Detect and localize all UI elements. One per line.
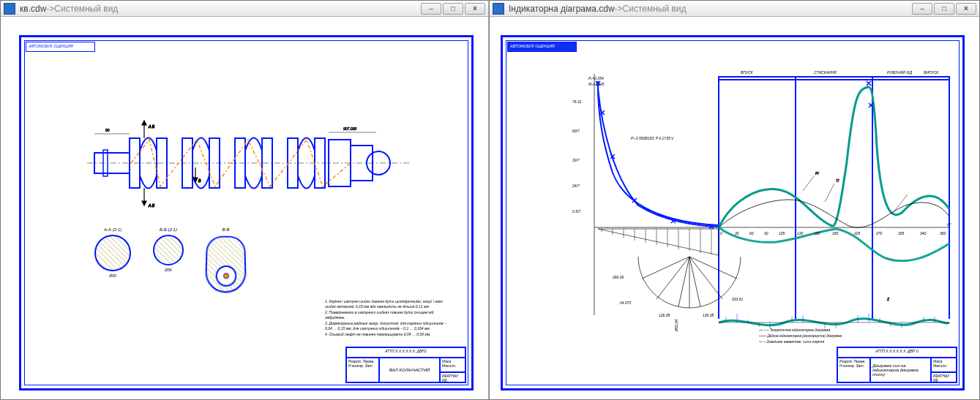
svg-text:130: 130 — [797, 231, 804, 235]
note-3: 3. Діаметральні радільні зазор: допустим… — [325, 321, 449, 332]
section-b-label: Б-Б (2:1) — [160, 227, 177, 232]
window-crankshaft: кв.cdw ->Системный вид – □ × АВТОМОБІЛІ … — [0, 0, 489, 400]
tb-signatures: Розроб. Перев. Н.контр. Зат. — [837, 358, 870, 382]
maximize-button[interactable]: □ — [443, 3, 463, 15]
dim-b: Ø56 — [165, 268, 171, 272]
tb-org: КФАТНАУ КФ — [440, 372, 465, 382]
note-4: 4. Осьовий люфт не повинен перевищувати … — [325, 332, 449, 338]
note-1: 1. Корінні і шатунні шийки повинні бути … — [325, 299, 449, 310]
section-v: В-В — [206, 227, 246, 292]
svg-text:907.008: 907.008 — [343, 127, 356, 131]
svg-text:90: 90 — [764, 231, 768, 235]
legend-1: — – – Теоретична індикаторна діаграма — [759, 327, 861, 333]
svg-text:24/7: 24/7 — [572, 184, 580, 188]
tb-mass: Маса Масшт. — [931, 358, 957, 372]
svg-text:305: 305 — [898, 231, 905, 235]
corner-tag: АВТОМОБІЛІ ОЦЕНЦИЯ — [26, 42, 95, 52]
minimize-button[interactable]: – — [421, 3, 441, 15]
minimize-button[interactable]: – — [912, 3, 932, 15]
svg-text:P₁·0.550В155; P·0.1735·V: P₁·0.550В155; P·0.1735·V — [631, 136, 674, 140]
drawing-canvas-left[interactable]: АВТОМОБІЛІ ОЦЕНЦИЯ — [1, 17, 488, 399]
svg-text:А Б: А Б — [148, 203, 155, 208]
section-v-shape — [205, 236, 247, 293]
svg-line-106 — [803, 176, 814, 191]
tb-part-name: Діаграма сил на Індикаторна діаграма тис… — [870, 358, 931, 382]
svg-text:105: 105 — [779, 231, 785, 235]
section-views: А-А (2:1) Ø65 Б-Б (2:1) Ø56 В-В — [94, 227, 246, 292]
svg-line-57 — [642, 257, 689, 279]
svg-line-108 — [825, 184, 834, 202]
close-button[interactable]: × — [465, 3, 485, 15]
section-a: А-А (2:1) Ø65 — [94, 227, 131, 292]
svg-text:126.08: 126.08 — [659, 313, 670, 317]
svg-text:80: 80 — [105, 128, 110, 132]
section-a-circle — [94, 235, 131, 271]
svg-marker-17 — [142, 201, 146, 205]
corner-tag: АВТОМОБІЛІ ОЦЕНЦИЯ — [507, 42, 577, 52]
technical-notes: 1. Корінні і шатунні шийки повинні бути … — [325, 299, 449, 338]
svg-marker-21 — [193, 178, 198, 182]
note-2: 2. Поверхневими в шатунних шийках повинн… — [325, 310, 449, 321]
tb-org: КФАТНАУ КФ — [931, 372, 957, 382]
section-b-circle — [153, 235, 184, 265]
svg-text:225: 225 — [853, 231, 861, 235]
maximize-button[interactable]: □ — [934, 3, 954, 15]
svg-text:0: 0 — [720, 231, 722, 235]
svg-text:39/7: 39/7 — [572, 158, 580, 162]
drawing-canvas-right[interactable]: АВТОМОБІЛІ ОЦЕНЦИЯ ВПУСК СТИСКАННЯ РОБОЧ… — [490, 17, 979, 399]
close-button[interactable]: × — [956, 3, 976, 15]
svg-text:30: 30 — [735, 231, 739, 235]
svg-text:T/: T/ — [836, 178, 839, 183]
svg-text:В: В — [198, 178, 201, 183]
tb-part-name: ВАЛ КОЛІНЧАСТИЙ — [379, 358, 440, 382]
svg-text:76.31: 76.31 — [572, 99, 582, 104]
app-icon — [4, 3, 15, 15]
svg-text:60/7: 60/7 — [572, 129, 580, 133]
sheet-frame: АВТОМОБІЛІ ОЦЕНЦИЯ — [19, 35, 474, 390]
svg-marker-15 — [142, 121, 146, 125]
sheet-frame: АВТОМОБІЛІ ОЦЕНЦИЯ ВПУСК СТИСКАННЯ РОБОЧ… — [501, 35, 965, 390]
title-block-right: АТТП.Х.Х.Х.Х.Х.Х. ДВП 0 Розроб. Перев. Н… — [837, 347, 957, 383]
svg-text:P₁=2.054: P₁=2.054 — [588, 76, 604, 80]
window-controls: – □ × — [912, 3, 976, 15]
window-title-prefix: кв.cdw — [20, 4, 46, 14]
legend-3: — – Зовнішнє навантаж. сили тертя — [759, 339, 861, 344]
svg-text:360: 360 — [940, 231, 946, 235]
svg-text:Ø52,04: Ø52,04 — [674, 319, 678, 332]
legend: — – – Теоретична індикаторна діаграма ——… — [759, 327, 861, 344]
svg-text:Z: Z — [886, 297, 890, 301]
window-controls: – □ × — [421, 3, 485, 15]
svg-text:150: 150 — [814, 231, 820, 235]
dim-a: Ø65 — [109, 273, 116, 278]
window-indicator-diagram: Індикаторна діаграма.cdw ->Системный вид… — [489, 0, 980, 400]
svg-text:60: 60 — [749, 231, 754, 235]
svg-text:СТИСКАННЯ: СТИСКАННЯ — [814, 70, 837, 75]
svg-text:04.973: 04.973 — [620, 301, 632, 305]
legend-2: —— Дійсна індикаторна (розгорнута) діагр… — [759, 333, 861, 339]
svg-text:270: 270 — [875, 231, 883, 235]
titlebar-right[interactable]: Індикаторна діаграма.cdw ->Системный вид… — [490, 1, 979, 17]
window-title-suffix: ->Системный вид — [615, 4, 687, 14]
svg-rect-33 — [719, 77, 949, 80]
svg-text:Θ°: Θ° — [947, 222, 951, 227]
svg-text:ВПУСК: ВПУСК — [741, 70, 754, 75]
titlebar-left[interactable]: кв.cdw ->Системный вид – □ × — [1, 1, 488, 17]
tb-signatures: Розроб. Перев. Н.контр. Зат. — [346, 358, 379, 382]
svg-text:А Б: А Б — [148, 124, 155, 129]
tb-designation: АТТП.Х.Х.Х.Х.Х.Х. ДВП 0 — [837, 347, 957, 358]
section-a-label: А-А (2:1) — [104, 227, 121, 232]
tb-mass: Маса Масшт. — [440, 358, 465, 372]
title-block-left: АТТП.Х.Х.Х.Х.Х.Х. ДВП1 Розроб. Перев. Н.… — [345, 347, 466, 383]
indicator-diagram: ВПУСК СТИСКАННЯ РОБОЧИЙ ХІД ВИПУСК P₁=2.… — [543, 59, 953, 366]
section-v-label: В-В — [222, 227, 229, 232]
app-icon — [493, 3, 504, 15]
crankshaft-drawing: А Б А Б В 80 907.008 — [87, 96, 409, 227]
svg-text:033.61: 033.61 — [732, 297, 744, 301]
svg-text:РОБОЧИЙ ХІД: РОБОЧИЙ ХІД — [887, 69, 913, 75]
window-title-prefix: Індикаторна діаграма.cdw — [509, 4, 615, 14]
svg-text:126.08: 126.08 — [703, 313, 714, 317]
svg-text:ВИПУСК: ВИПУСК — [924, 70, 939, 75]
section-b: Б-Б (2:1) Ø56 — [153, 227, 184, 292]
svg-text:266.09: 266.09 — [612, 275, 624, 279]
svg-line-62 — [689, 257, 737, 279]
